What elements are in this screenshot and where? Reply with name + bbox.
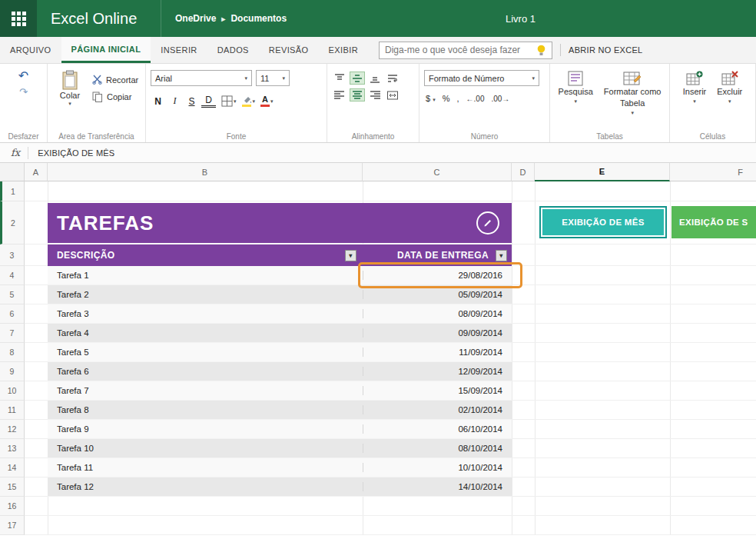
task-date-cell[interactable]: 09/09/2014	[363, 328, 512, 338]
tell-me-box[interactable]: Diga-me o que você deseja fazer	[379, 42, 552, 59]
task-date-cell[interactable]: 08/10/2014	[363, 444, 512, 453]
open-in-excel-button[interactable]: ABRIR NO EXCEL	[569, 37, 643, 63]
tab-data[interactable]: DADOS	[207, 37, 259, 63]
task-name-cell[interactable]: Tarefa 6	[48, 367, 363, 376]
task-name-cell[interactable]: Tarefa 10	[48, 444, 363, 453]
task-date-cell[interactable]: 02/10/2014	[363, 405, 512, 414]
tab-insert[interactable]: INSERIR	[151, 37, 207, 63]
task-name-cell[interactable]: Tarefa 2	[48, 290, 363, 299]
breadcrumb-folder[interactable]: Documentos	[230, 13, 287, 24]
row-header-9[interactable]: 9	[0, 362, 25, 381]
app-launcher-button[interactable]	[0, 0, 37, 37]
bold-button[interactable]: N	[151, 94, 165, 108]
survey-button[interactable]: Pesquisa ▾	[559, 71, 593, 130]
formula-input[interactable]: EXIBIÇÃO DE MÊS	[38, 148, 114, 158]
borders-button[interactable]: ▾	[221, 95, 237, 107]
task-name-cell[interactable]: Tarefa 5	[48, 348, 363, 357]
sheet-row-1-cells[interactable]	[25, 181, 756, 201]
sheet-row-17-cells[interactable]	[25, 516, 756, 535]
font-name-combo[interactable]: Arial ▾	[151, 70, 252, 86]
task-name-cell[interactable]: Tarefa 11	[48, 463, 363, 472]
align-top-button[interactable]	[332, 72, 347, 85]
undo-icon[interactable]: ↶	[18, 70, 28, 82]
redo-icon[interactable]: ↷	[19, 87, 28, 97]
column-header-e-selected[interactable]: E	[535, 163, 670, 181]
row-header-8[interactable]: 8	[0, 343, 25, 362]
task-date-cell[interactable]: 11/09/2014	[363, 348, 512, 357]
document-title[interactable]: Livro 1	[506, 0, 536, 37]
row-header-7[interactable]: 7	[0, 324, 25, 343]
task-name-cell[interactable]: Tarefa 12	[48, 482, 363, 491]
row-header-10[interactable]: 10	[0, 381, 25, 401]
column-header-b[interactable]: B	[48, 163, 363, 181]
number-format-combo[interactable]: Formato de Número ▾	[424, 70, 539, 86]
task-name-cell[interactable]: Tarefa 8	[48, 405, 363, 414]
decrease-decimal-button[interactable]: .00→	[491, 95, 509, 103]
insert-cells-button[interactable]: Inserir ▾	[683, 71, 707, 130]
delete-cells-button[interactable]: Excluir ▾	[717, 71, 742, 130]
row-header-11[interactable]: 11	[0, 401, 25, 420]
column-header-d[interactable]: D	[512, 163, 535, 181]
merge-center-button[interactable]	[385, 88, 400, 101]
date-header-cell[interactable]: DATA DE ENTREGA ▾	[363, 250, 512, 261]
breadcrumb-onedrive[interactable]: OneDrive	[175, 13, 216, 24]
align-bottom-button[interactable]	[367, 72, 383, 85]
underline-button[interactable]: S	[184, 94, 199, 108]
row-header-6[interactable]: 6	[0, 304, 25, 324]
edit-title-button[interactable]	[476, 211, 499, 235]
insert-function-icon[interactable]: fx	[0, 147, 28, 158]
row-header-1[interactable]: 1	[0, 181, 25, 201]
row-header-5[interactable]: 5	[0, 285, 25, 304]
row-header-16[interactable]: 16	[0, 497, 25, 516]
increase-decimal-button[interactable]: ←.00	[466, 95, 485, 103]
sheet-row-16-cells[interactable]	[25, 497, 756, 516]
font-size-combo[interactable]: 11 ▾	[256, 70, 290, 86]
row-header-13[interactable]: 13	[0, 439, 25, 458]
task-date-cell[interactable]: 06/10/2014	[363, 424, 512, 434]
task-name-cell[interactable]: Tarefa 1	[48, 271, 363, 280]
double-underline-button[interactable]: D	[201, 95, 216, 108]
align-right-button[interactable]	[367, 88, 383, 101]
row-header-15[interactable]: 15	[0, 477, 25, 497]
task-name-cell[interactable]: Tarefa 9	[48, 424, 363, 434]
task-date-cell[interactable]: 15/09/2014	[363, 386, 512, 395]
comma-button[interactable]: ,	[456, 94, 459, 103]
row-header-4[interactable]: 4	[0, 266, 25, 285]
description-filter-button[interactable]: ▾	[345, 250, 356, 261]
task-date-cell[interactable]: 14/10/2014	[363, 482, 512, 491]
task-name-cell[interactable]: Tarefa 4	[48, 328, 363, 338]
tab-review[interactable]: REVISÃO	[259, 37, 319, 63]
task-name-cell[interactable]: Tarefa 7	[48, 386, 363, 395]
row-header-14[interactable]: 14	[0, 458, 25, 477]
row-header-3[interactable]: 3	[0, 245, 25, 266]
format-as-table-button[interactable]: Formatar como Tabela ▾	[604, 71, 662, 130]
wrap-text-button[interactable]	[385, 72, 400, 85]
fill-color-button[interactable]: ▾	[242, 95, 256, 107]
paste-button[interactable]: Colar ▾	[52, 70, 88, 130]
month-view-button[interactable]: EXIBIÇÃO DE MÊS	[539, 206, 667, 238]
italic-button[interactable]: I	[167, 94, 182, 108]
row-header-12[interactable]: 12	[0, 420, 25, 439]
column-header-c[interactable]: C	[363, 163, 512, 181]
align-middle-button[interactable]	[350, 72, 365, 85]
copy-button[interactable]: Copiar	[92, 91, 138, 102]
select-all-corner[interactable]	[0, 163, 25, 181]
row-header-17[interactable]: 17	[0, 516, 25, 535]
tab-home[interactable]: PÁGINA INICIAL	[61, 37, 151, 63]
task-date-cell[interactable]: 05/09/2014	[363, 290, 512, 299]
date-filter-button[interactable]: ▾	[496, 250, 507, 261]
task-date-cell[interactable]: 10/10/2014	[363, 463, 512, 472]
column-header-a[interactable]: A	[25, 163, 48, 181]
align-center-button[interactable]	[350, 88, 365, 101]
font-color-button[interactable]: A ▾	[260, 95, 274, 107]
currency-button[interactable]: $ ▾	[426, 94, 436, 103]
align-left-button[interactable]	[332, 88, 347, 101]
task-date-cell[interactable]: 08/09/2014	[363, 309, 512, 318]
description-header-cell[interactable]: DESCRIÇÃO ▾	[48, 250, 363, 261]
tab-file[interactable]: ARQUIVO	[0, 37, 61, 63]
task-name-cell[interactable]: Tarefa 3	[48, 309, 363, 318]
column-header-f[interactable]: F	[670, 163, 756, 181]
cut-button[interactable]: Recortar	[92, 75, 138, 85]
tab-view[interactable]: EXIBIR	[319, 37, 368, 63]
percent-button[interactable]: %	[443, 94, 450, 103]
